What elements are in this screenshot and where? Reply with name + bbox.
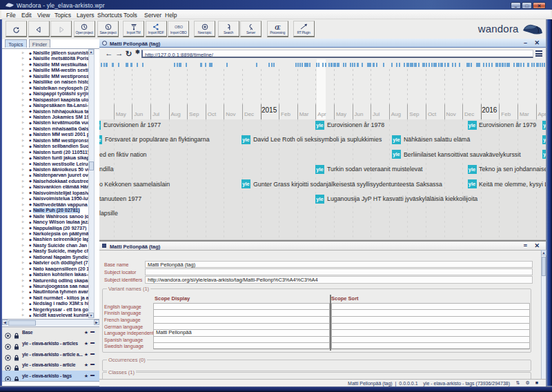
svg-text:OBO: OBO [174, 25, 183, 29]
svg-text:Œ: Œ [275, 24, 281, 31]
